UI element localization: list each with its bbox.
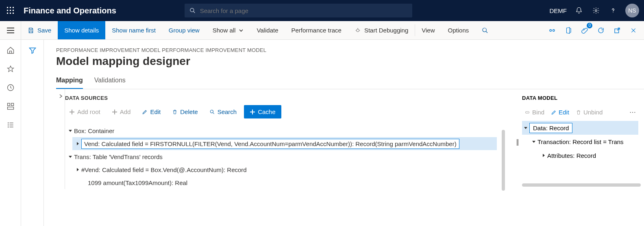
global-search[interactable] [185,4,412,17]
home-nav[interactable] [7,46,15,54]
svg-line-10 [194,11,195,13]
search-button[interactable]: Search [205,106,241,118]
tree-node-hash-vend[interactable]: #Vend: Calculated field = Box.Vend(@.Acc… [72,163,497,176]
add-root-button[interactable]: Add root [65,106,104,118]
filter-rail [21,40,44,226]
show-all-button[interactable]: Show all [206,21,250,39]
attachments-button[interactable]: 0 [577,23,592,38]
pencil-icon [551,110,557,115]
tree-node-box[interactable]: Box: Container [65,124,497,137]
edit-button[interactable]: Edit [138,106,165,118]
tree-twisty[interactable] [522,126,529,130]
data-sources-header: DATA SOURCES [65,95,513,101]
performance-trace-button[interactable]: Performance trace [285,21,348,39]
connect-button[interactable] [545,23,559,38]
svg-point-11 [595,10,597,12]
pane-splitter[interactable]: ‖ [513,89,522,189]
svg-point-9 [190,8,194,12]
tree-twisty[interactable] [67,129,74,133]
save-button[interactable]: Save [21,21,58,39]
user-avatar[interactable]: NS [625,4,639,17]
tab-validations[interactable]: Validations [94,73,126,89]
tree-twisty[interactable] [540,153,547,157]
ds-types-expander[interactable] [56,89,65,189]
notifications-button[interactable] [574,6,584,15]
tree-twisty[interactable] [530,140,537,144]
recent-nav[interactable] [7,84,15,92]
tree-node-vend[interactable]: Vend: Calculated field = FIRSTORNULL(FIL… [72,137,497,150]
bell-icon [575,7,583,14]
svg-point-22 [553,29,555,31]
validate-button[interactable]: Validate [250,21,285,39]
tree-node-trans[interactable]: Trans: Table 'VendTrans' records [65,150,497,163]
triangle-down-icon [68,155,72,159]
gear-icon [592,7,600,14]
favorites-nav[interactable] [7,65,15,73]
nav-toggle-button[interactable] [0,21,21,39]
cache-label: Cache [258,108,275,115]
triangle-right-icon [76,168,80,172]
tab-mapping[interactable]: Mapping [56,73,83,89]
refresh-button[interactable] [594,23,608,38]
svg-rect-1 [10,7,11,8]
refresh-icon [597,27,605,34]
tree-node-tax[interactable]: 1099 amount(Tax1099Amount): Real [79,176,497,189]
search-icon [482,27,488,34]
horizontal-scrollbar[interactable] [522,183,641,187]
filter-button[interactable] [28,46,37,226]
popout-button[interactable] [610,23,624,38]
pencil-icon [142,109,148,115]
company-selector[interactable]: DEMF [549,7,567,14]
bug-icon [355,27,361,34]
list-icon [7,121,15,129]
dm-more-button[interactable]: ⋯ [627,107,638,118]
dm-label: Transaction: Record list = Trans [537,138,624,145]
close-button[interactable] [626,23,641,38]
hamburger-icon [7,28,14,33]
office-icon [565,27,572,34]
dm-node-data[interactable]: Data: Record [522,121,638,135]
group-view-button[interactable]: Group view [162,21,206,39]
unbind-button[interactable]: Unbind [573,107,605,117]
start-debugging-button[interactable]: Start Debugging [348,21,415,39]
show-details-button[interactable]: Show details [58,21,105,39]
view-menu[interactable]: View [415,21,441,39]
bind-label: Bind [532,109,544,116]
show-name-first-button[interactable]: Show name first [105,21,162,39]
tree-label: Box: Container [74,127,114,135]
svg-point-32 [7,127,9,128]
office-button[interactable] [561,23,576,38]
dm-edit-button[interactable]: Edit [548,107,572,117]
app-launcher-button[interactable] [0,7,21,14]
svg-rect-8 [13,13,14,14]
global-search-input[interactable] [200,7,408,14]
page-content: PERFORMANCE IMPROVEMENT MODEL PERFORMANC… [44,40,644,226]
tree-twisty[interactable] [74,168,81,172]
add-button[interactable]: Add [108,106,135,118]
paperclip-icon [581,27,588,34]
tree-twisty[interactable] [67,155,74,159]
attachments-badge: 0 [587,23,592,28]
delete-button[interactable]: Delete [168,106,202,118]
help-button[interactable] [608,6,618,15]
data-sources-toolbar: Add root Add Edit Delete [65,105,513,118]
plus-icon [250,109,255,115]
settings-button[interactable] [591,6,601,15]
clock-icon [7,84,15,92]
vertical-scrollbar[interactable] [502,130,505,191]
cache-button[interactable]: Cache [244,105,281,118]
dm-edit-label: Edit [559,109,569,116]
svg-rect-5 [13,10,14,11]
tree-label: 1099 amount(Tax1099Amount): Real [88,179,187,187]
dm-node-transaction[interactable]: Transaction: Record list = Trans [522,135,638,149]
popout-icon [614,27,621,34]
workspaces-nav[interactable] [7,102,15,110]
bind-button[interactable]: Bind [522,107,547,117]
data-model-pane: DATA MODEL Bind Edit Unbind ⋯ [522,89,644,189]
tree-twisty[interactable] [74,142,81,146]
command-search-button[interactable] [475,21,495,39]
modules-nav[interactable] [7,121,15,129]
options-menu[interactable]: Options [442,21,476,39]
show-details-label: Show details [64,27,99,34]
dm-node-attributes[interactable]: Attributes: Record [522,149,638,162]
